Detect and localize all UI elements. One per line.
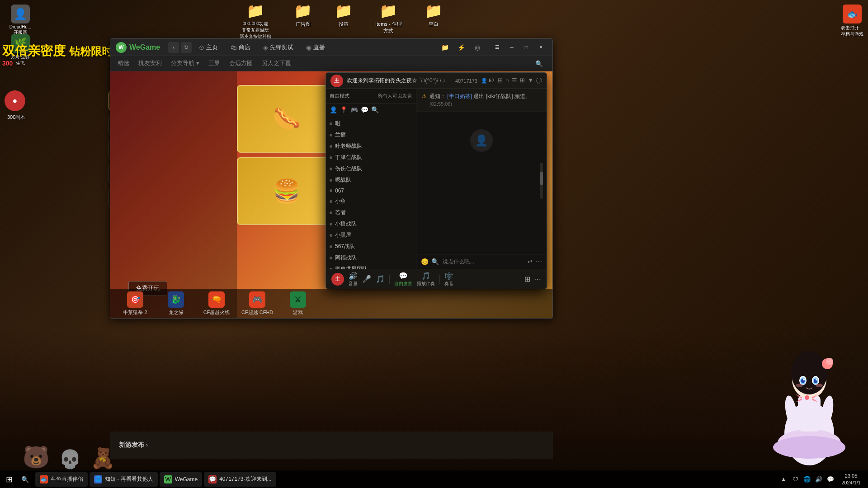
user-item-en[interactable]: 嗯战队 [326, 174, 416, 186]
user-search-icon[interactable]: 🔍 [371, 106, 379, 113]
taskbar-douyu[interactable]: 🐟 斗鱼直播伴侣 [35, 472, 88, 487]
reply-icon[interactable]: ↵ [528, 258, 533, 265]
ctrl-sound[interactable]: 🎼 奏音 [444, 272, 453, 287]
user-item-ju[interactable]: 咀 [326, 118, 416, 129]
more-options-icon[interactable]: ⋯ [536, 258, 542, 265]
user-item-shang[interactable]: 伤伤仁战队 [326, 163, 416, 174]
user-chat-icon[interactable]: 💬 [361, 106, 368, 113]
desktop-icon-dreadhunter[interactable]: 👤 DreadHu...开服器 [5, 5, 36, 36]
user-item-ye[interactable]: 叶老师战队 [326, 141, 416, 152]
tab-featured[interactable]: 精选 [118, 56, 129, 71]
grid-icon[interactable]: ⊞ [520, 77, 525, 85]
game-card-1[interactable]: 🌭 [237, 85, 336, 153]
user-circle-icon[interactable]: ◎ [471, 41, 484, 54]
cfhd-label: CF超越 CFHD [241, 309, 273, 316]
ctrl-mic[interactable]: 🎤 [362, 275, 371, 283]
right-icon-douyu[interactable]: 🐟 双击打开存档与游戏 [841, 5, 863, 38]
home-icon: ⊙ [199, 44, 204, 51]
folder-000[interactable]: 📁 000-000功能非常互娱游玩新皮套按键补贴 [240, 2, 271, 40]
user-location-icon[interactable]: 📍 [340, 106, 348, 113]
user-item-moshou[interactable]: 魔兽世界团队 [326, 263, 416, 269]
ctrl-bgmusic[interactable]: 🎵 播放伴奏 [417, 272, 435, 287]
chat-subtitle: \ \(^0^)/ / ♪ [420, 77, 445, 84]
user-dot-lanca [330, 134, 332, 136]
taskbar-zhiduan[interactable]: 🌐 知短 - 再看看其他人 [90, 472, 158, 487]
down-icon[interactable]: ▼ [528, 77, 533, 85]
user-item-lanca[interactable]: 兰擦 [326, 129, 416, 141]
wegame-logo: W WeGame [116, 42, 160, 53]
nav-shop[interactable]: 🛍 商店 [225, 42, 256, 53]
search-icon[interactable]: 🔍 [533, 57, 545, 70]
user-profile-icon[interactable]: 👤 [330, 106, 337, 113]
ctrl-volume-label: 音量 [349, 281, 358, 287]
tray-security[interactable]: 🛡 [791, 475, 800, 484]
start-button[interactable]: ⊞ [0, 470, 18, 488]
win-maximize-btn[interactable]: □ [520, 42, 533, 52]
user-item-067[interactable]: 067 [326, 186, 416, 196]
game-logo-cf1[interactable]: 🔫 CF超越火线 [201, 291, 232, 316]
user-item-heiwu[interactable]: 小黑屋 [326, 230, 416, 241]
game-card-2[interactable]: 🍔 [237, 157, 336, 225]
game-logo-extra[interactable]: ⚔ 游戏 [282, 291, 314, 316]
ctrl-audio[interactable]: 🎵 [376, 275, 385, 283]
wegame-tbar-label: WeGame [175, 476, 198, 483]
nav-back[interactable]: ‹ [168, 42, 179, 53]
game-logo-cfhd[interactable]: 🎮 CF超越 CFHD [241, 291, 273, 316]
game-logo-cattle[interactable]: 🎯 牛菜猎杀 2 [119, 291, 151, 316]
fullscreen-icon[interactable]: ⊞ [498, 77, 503, 85]
taskbar-chat[interactable]: 💬 40717173-欢迎来到... [204, 472, 276, 487]
nav-shop-label: 商店 [239, 43, 250, 52]
user-item-ding[interactable]: 丁泽仁战队 [326, 152, 416, 163]
tab-sanjie[interactable]: 三界 [208, 56, 220, 71]
chat-tbar-icon: 💬 [208, 475, 217, 483]
tab-friends[interactable]: 机友安利 [138, 56, 162, 71]
taskbar-wegame[interactable]: W WeGame [160, 472, 202, 487]
game-logo-dragon[interactable]: 🐉 龙之缘 [160, 291, 192, 316]
user-item-afu[interactable]: 阿福战队 [326, 252, 416, 263]
user-item-567[interactable]: 567战队 [326, 241, 416, 252]
user-item-xiaobo[interactable]: 小播战队 [326, 218, 416, 230]
tray-network[interactable]: 🌐 [802, 475, 811, 484]
folder-blank[interactable]: 📁 空白 [425, 2, 443, 40]
list-icon[interactable]: ☰ [512, 77, 517, 85]
red-circle-icon[interactable]: ● [5, 90, 25, 111]
user-item-fish[interactable]: 小鱼 [326, 196, 416, 207]
user-dot-heiwu [330, 234, 332, 237]
win-minimize-btn[interactable]: ─ [505, 42, 518, 52]
nav-test[interactable]: ◈ 先锋测试 [258, 42, 299, 53]
folder-items[interactable]: 📁 Items - 住理方式 [375, 2, 402, 40]
nav-live-label: 直播 [313, 43, 325, 52]
chat-input[interactable] [443, 258, 524, 265]
info-chat-icon[interactable]: ⓘ [536, 77, 542, 85]
folder-tce-icon: 📁 [335, 2, 353, 19]
game-logos-bar: 🎯 牛菜猎杀 2 🐉 龙之缘 🔫 CF超越火线 🎮 CF超越 CFHD [110, 289, 552, 318]
folder-toolbar-icon[interactable]: 📁 [439, 41, 451, 54]
tab-huiyuan[interactable]: 会远方圆 [229, 56, 253, 71]
lightning-icon[interactable]: ⚡ [455, 41, 467, 54]
ctrl-grid-icon[interactable]: ⊞ [524, 275, 530, 283]
search-input-icon[interactable]: 🔍 [431, 258, 439, 265]
ctrl-app-icon[interactable]: ⋯ [534, 275, 541, 283]
user-game-icon[interactable]: 🎮 [350, 106, 358, 113]
nav-home[interactable]: ⊙ 主页 [193, 42, 223, 53]
taskbar-clock[interactable]: 23:05 2024/1/1 [838, 473, 864, 486]
emoji-icon[interactable]: 😊 [421, 258, 429, 265]
folder-tce[interactable]: 📁 投策 [335, 2, 353, 40]
nav-refresh[interactable]: ↻ [181, 42, 192, 53]
win-close-btn[interactable]: ✕ [534, 42, 547, 52]
ctrl-freespeak[interactable]: 💬 自由发言 [394, 272, 412, 287]
tab-category[interactable]: 分类导航 ▾ [171, 56, 199, 71]
character-svg [760, 307, 859, 470]
ctrl-volume[interactable]: 🔊 音量 [349, 272, 358, 287]
nav-live[interactable]: ◉ 直播 [301, 42, 330, 53]
taskbar-items: 🐟 斗鱼直播伴侣 🌐 知短 - 再看看其他人 W WeGame 💬 407171… [32, 472, 775, 487]
taskbar-search-button[interactable]: 🔍 [18, 473, 32, 486]
tab-lingren[interactable]: 另人之下覆 [262, 56, 291, 71]
tray-volume[interactable]: 🔊 [814, 475, 823, 484]
tray-chat[interactable]: 💬 [826, 475, 835, 484]
tray-arrow[interactable]: ▲ [779, 475, 788, 484]
win-menu-btn[interactable]: ☰ [491, 42, 504, 52]
folder-ad[interactable]: 📁 广告图 [294, 2, 312, 40]
home-chat-icon[interactable]: ⌂ [505, 77, 509, 85]
user-item-ruozhe[interactable]: 若者 [326, 207, 416, 218]
